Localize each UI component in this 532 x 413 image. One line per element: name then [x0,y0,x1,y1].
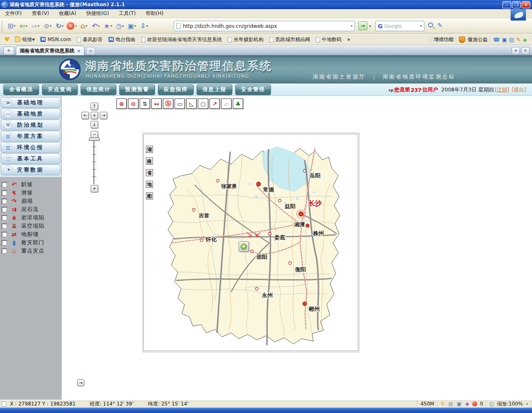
layer-label[interactable]: 救灾部门 [21,239,44,246]
close-tab-button[interactable]: × [521,47,530,54]
pan-center-button[interactable]: + [91,112,98,119]
pan-left-button[interactable]: ← [81,112,89,119]
close-button[interactable]: ✕ [522,1,530,8]
pan-button[interactable]: ⇅ [140,98,150,109]
boost-icon[interactable]: ↯ [441,401,445,407]
links-overflow-chevron[interactable]: » [347,37,350,42]
layer-label[interactable]: 泥石流 [21,206,39,213]
zoom-slider[interactable] [92,139,96,184]
zoom-dropdown-icon[interactable]: ▾ [526,402,528,406]
maximize-button[interactable]: ❐ [512,1,521,8]
favorites-heart-icon[interactable]: ♥ [4,36,10,43]
search-icon[interactable] [428,22,433,27]
link-item[interactable]: 电台指南 [106,35,138,44]
proxy-icon[interactable]: ▤ [448,401,453,407]
stop-button[interactable]: ✕ ▾ [66,20,77,32]
messenger-icon[interactable]: ☎ [493,37,500,43]
menu-item[interactable]: 帮助(H) [141,9,168,18]
link-item[interactable]: 链接▾ [12,35,37,44]
notes-icon[interactable]: ◆ [465,401,469,407]
tab-close-icon[interactable]: × [77,48,81,54]
map-marker-button[interactable]: + [239,241,249,252]
link-item[interactable]: 暴风影音 [74,35,106,44]
layer-checkbox[interactable] [2,224,7,229]
new-page-button[interactable]: ⊞ ▾ [6,20,17,32]
recent-pages-button[interactable]: ⊙ ▾ [42,20,53,32]
menu-item[interactable]: 工具(T) [114,9,141,18]
link-item[interactable]: 欢迎登陆湖南省地质灾害信息系统 [138,35,225,44]
clear-graphics-button[interactable]: ▱ [221,98,232,109]
layer-label[interactable]: 斜坡 [21,181,33,188]
popup-blocker-icon[interactable] [472,401,477,406]
skin-icon[interactable]: ◈ [523,37,527,43]
sidebar-section[interactable]: ▤ 年度方案 [1,131,60,142]
select-polygon-button[interactable]: ◺ [186,98,197,109]
new-window-icon[interactable]: ▣ [457,401,461,407]
menu-item[interactable]: 快捷组(G) [81,9,114,18]
link-item[interactable]: 中地数码 [313,35,345,44]
nav-tab[interactable]: 信息上报 [197,84,232,95]
notepad-icon[interactable]: ▤ [509,37,514,43]
sidebar-section[interactable]: ▥ 环境公报 [1,142,60,153]
link-land-resources[interactable]: 湖南省国土资源厅 [307,73,372,81]
layer-checkbox[interactable] [2,232,7,237]
zoom-level[interactable]: 缩放:100% [497,401,523,408]
address-url[interactable]: http://dzzh.hndh.gov.cn/gridweb.aspx [183,23,350,29]
select-circle-button[interactable]: ○ [198,98,208,109]
search-box[interactable]: G Google ▾ [375,21,424,31]
history-button[interactable]: ◷ ▾ [114,20,126,32]
go-button[interactable]: → [358,21,367,30]
pan-down-button[interactable]: ↓ [91,121,98,128]
enhance-menu[interactable]: 增强功能 [433,36,453,43]
charity-link[interactable]: 傲游公益 [468,36,488,43]
pan-up-button[interactable]: ↑ [91,103,98,110]
link-item[interactable]: MSN.com [37,36,74,43]
scroll-right-button[interactable]: → [77,379,84,386]
download-button[interactable]: ⇩ ▾ [138,20,150,32]
layer-checkbox[interactable] [2,215,7,221]
window-icon[interactable]: ▣ [502,37,507,43]
go-dropdown-icon[interactable]: ▾ [369,24,371,28]
address-bar[interactable]: http://dzzh.hndh.gov.cn/gridweb.aspx ▾ [174,21,355,31]
window-title-bar[interactable]: 湖南省地质灾害信息系统 - 傲游(Maxthon) 2.1.1 – ❐ ✕ [0,0,532,9]
pan-right-button[interactable]: → [100,112,107,119]
new-tab-button[interactable]: + [86,47,95,55]
zoom-out-button[interactable]: ⊖ [128,98,138,109]
nav-tab[interactable]: 安全管理 [235,84,271,95]
sidebar-section[interactable]: ≫ 基础地理 [1,97,60,108]
layer-checkbox[interactable] [2,190,7,196]
nav-tab[interactable]: 全省概况 [3,84,39,95]
layer-label[interactable]: 重点灾点 [21,247,44,255]
link-item[interactable]: 觅路城市精品网 [266,35,313,44]
undo-button[interactable]: ↶ ▾ [90,20,101,32]
sidebar-section[interactable]: ◔ 灾害数据 [1,165,60,175]
highlighter-icon[interactable]: ✎ [437,22,443,29]
sidebar-section[interactable]: ▭ 基础地质 [1,108,60,119]
layer-label[interactable]: 岩溶塌陷 [21,214,44,221]
tab-list-button[interactable]: ▾ [512,47,520,54]
nav-tab[interactable]: 信息统计 [81,84,116,95]
layer-label[interactable]: 地裂缝 [21,231,39,238]
active-tab[interactable]: 湖南省地质灾害信息系统 × [16,46,84,55]
layer-checkbox[interactable] [2,182,7,187]
exit-link[interactable]: [退出] [512,86,526,93]
measure-scale-button[interactable]: Ⓢ [163,98,173,109]
pens-icon[interactable]: ✎ [516,37,521,43]
measure-distance-button[interactable]: ↔ [151,98,162,109]
nav-tab[interactable]: 灾点查询 [42,84,78,95]
layer-checkbox[interactable] [2,240,7,246]
select-rectangle-button[interactable]: ▭ [175,98,185,109]
search-dropdown-icon[interactable]: ▾ [420,24,422,28]
zoom-in-step-button[interactable]: + [91,185,98,192]
layer-label[interactable]: 采空塌陷 [21,222,44,230]
search-input[interactable]: Google [384,23,420,29]
logout-link[interactable]: [注销] [495,86,509,93]
layer-checkbox[interactable] [2,248,7,254]
layer-label[interactable]: 滑坡 [21,189,33,197]
zoom-slider-handle[interactable] [89,138,100,141]
sidebar-section[interactable]: ◫ 基本工具 [1,153,60,164]
magic-fill-button[interactable]: ★ ▾ [102,20,113,32]
layer-checkbox[interactable] [2,207,7,212]
zoom-in-button[interactable]: ⊕ [116,98,127,109]
select-point-button[interactable]: ↗ [209,98,220,109]
